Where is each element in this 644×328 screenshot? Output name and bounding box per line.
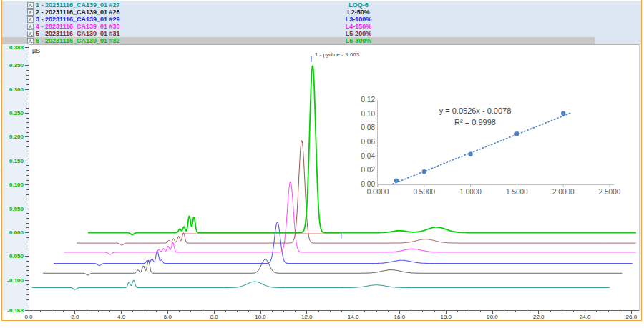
calibration-inset-chart: y = 0.0526x - 0.0078 R² = 0.9998 0.000.0…: [358, 89, 624, 205]
y-axis-tick-label: 0.388: [0, 44, 24, 51]
legend-row-label: 1 - 20231116_CA139_01 #27: [36, 1, 120, 9]
y-axis-minor-tick: [26, 223, 29, 224]
y-axis-minor-tick: [26, 284, 29, 285]
y-axis-minor-tick: [26, 270, 29, 271]
y-axis-tick-label: 0.350: [0, 62, 24, 69]
x-axis-minor-tick: [364, 311, 365, 312]
y-axis-minor-tick: [26, 252, 29, 252]
x-axis-minor-tick: [376, 311, 377, 312]
y-axis-minor-tick: [26, 242, 29, 242]
y-axis-major-tick: [25, 280, 29, 281]
inset-data-point: [561, 111, 565, 115]
x-axis-minor-tick: [620, 311, 620, 312]
x-axis-minor-tick: [318, 311, 319, 312]
inset-x-tick-label: 1.5000: [501, 189, 532, 196]
chromatogram-icon: [27, 9, 34, 16]
y-axis-minor-tick: [26, 75, 29, 76]
inset-y-tick-label: 0.00: [358, 181, 375, 188]
x-axis-minor-tick: [156, 311, 157, 312]
x-axis-minor-tick: [40, 311, 41, 312]
y-axis-tick-label: 0.150: [0, 158, 24, 164]
y-axis-minor-tick: [26, 189, 29, 190]
legend-row[interactable]: 4 - 20231116_CA139_01 #30L4-150%: [2, 23, 641, 30]
y-axis-minor-tick: [26, 194, 29, 195]
y-axis-minor-tick: [26, 204, 29, 204]
x-axis-minor-tick: [283, 311, 284, 312]
inset-data-point: [394, 178, 399, 182]
y-axis-minor-tick: [26, 141, 29, 142]
legend-row-level: L5-200%: [338, 30, 379, 37]
y-axis-minor-tick: [26, 84, 29, 85]
x-axis-minor-tick: [248, 311, 249, 312]
y-axis-tick-label: 0.100: [0, 182, 24, 188]
y-axis-minor-tick: [26, 56, 29, 56]
y-axis-minor-tick: [26, 261, 29, 262]
y-axis-minor-tick: [26, 61, 29, 61]
legend-row-level: L4-150%: [338, 23, 379, 30]
y-axis-minor-tick: [26, 118, 29, 119]
calibration-equation: y = 0.0526x - 0.0078 R² = 0.9998: [418, 105, 532, 128]
legend-row-label: 2 - 20231116_CA139_01 #28: [36, 9, 120, 16]
y-axis-minor-tick: [26, 132, 29, 133]
y-axis-minor-tick: [26, 79, 29, 80]
y-axis-minor-tick: [26, 104, 29, 104]
x-axis-tick-label: 18.0: [435, 314, 457, 320]
y-axis-major-tick: [25, 184, 29, 185]
inset-x-tick-label: 2.5000: [594, 189, 625, 196]
x-axis-minor-tick: [434, 311, 435, 312]
x-axis-minor-tick: [341, 311, 342, 312]
legend-row-level: L6-300%: [338, 37, 379, 44]
x-axis-minor-tick: [596, 311, 597, 312]
chromatogram-icon: [27, 2, 34, 9]
x-axis-minor-tick: [388, 311, 389, 312]
legend-row[interactable]: 2 - 20231116_CA139_01 #28L2-50%: [2, 9, 641, 16]
legend-row-level: L3-100%: [338, 16, 379, 23]
y-axis-major-tick: [25, 161, 29, 161]
legend-row[interactable]: 5 - 20231116_CA139_01 #31L5-200%: [2, 30, 641, 37]
y-axis-tick-label: 0.300: [0, 86, 24, 93]
injection-legend: 1 - 20231116_CA139_01 #27LOQ-62 - 202311…: [2, 1, 641, 44]
x-axis-minor-tick: [457, 311, 458, 312]
inset-x-tick-label: 2.0000: [547, 189, 579, 196]
panel-border-right: [641, 0, 642, 321]
inset-x-tick-label: 0.0000: [362, 189, 394, 196]
x-axis-minor-tick: [330, 311, 331, 312]
x-axis-minor-tick: [225, 311, 226, 312]
chromatography-panel: 1 - 20231116_CA139_01 #27LOQ-62 - 202311…: [0, 0, 644, 328]
x-axis-minor-tick: [527, 311, 527, 312]
y-axis-major-tick: [25, 113, 29, 114]
x-axis-minor-tick: [411, 311, 411, 312]
y-axis-minor-tick: [26, 266, 29, 267]
y-axis-minor-tick: [26, 127, 29, 128]
y-axis-minor-tick: [26, 304, 29, 304]
x-axis-minor-tick: [237, 311, 238, 312]
legend-row[interactable]: 3 - 20231116_CA139_01 #29L3-100%: [2, 16, 641, 23]
r-squared-line: R² = 0.9998: [418, 116, 532, 128]
inset-y-tick-label: 0.02: [358, 167, 375, 174]
chromatogram-icon: [27, 24, 34, 30]
y-axis-minor-tick: [26, 122, 29, 123]
y-axis-minor-tick: [26, 247, 29, 247]
x-axis-minor-tick: [608, 311, 609, 312]
x-axis-minor-tick: [190, 311, 191, 312]
x-axis-tick-label: 6.0: [157, 314, 178, 320]
x-axis-tick-label: 12.0: [296, 314, 318, 320]
legend-row[interactable]: 1 - 20231116_CA139_01 #27LOQ-6: [2, 1, 641, 9]
legend-row-level: LOQ-6: [338, 1, 379, 9]
x-axis-minor-tick: [550, 311, 551, 312]
y-axis-tick-label: 0.250: [0, 110, 24, 116]
y-axis-minor-tick: [26, 94, 29, 94]
y-axis-minor-tick: [26, 299, 29, 300]
y-axis-minor-tick: [26, 180, 29, 181]
y-axis-minor-tick: [26, 146, 29, 147]
x-axis-minor-tick: [422, 311, 423, 312]
y-axis-tick-label: 0.000: [0, 229, 24, 236]
y-axis-minor-tick: [26, 227, 29, 228]
legend-row[interactable]: 6 - 20231116_CA139_01 #32L6-300%: [2, 37, 595, 44]
x-axis-tick-label: 14.0: [343, 314, 364, 320]
y-axis-minor-tick: [26, 156, 29, 156]
x-axis-tick-label: 8.0: [203, 314, 225, 320]
x-axis-minor-tick: [87, 311, 87, 312]
inset-y-tick-label: 0.08: [358, 124, 375, 131]
legend-row-label: 5 - 20231116_CA139_01 #31: [36, 30, 120, 37]
